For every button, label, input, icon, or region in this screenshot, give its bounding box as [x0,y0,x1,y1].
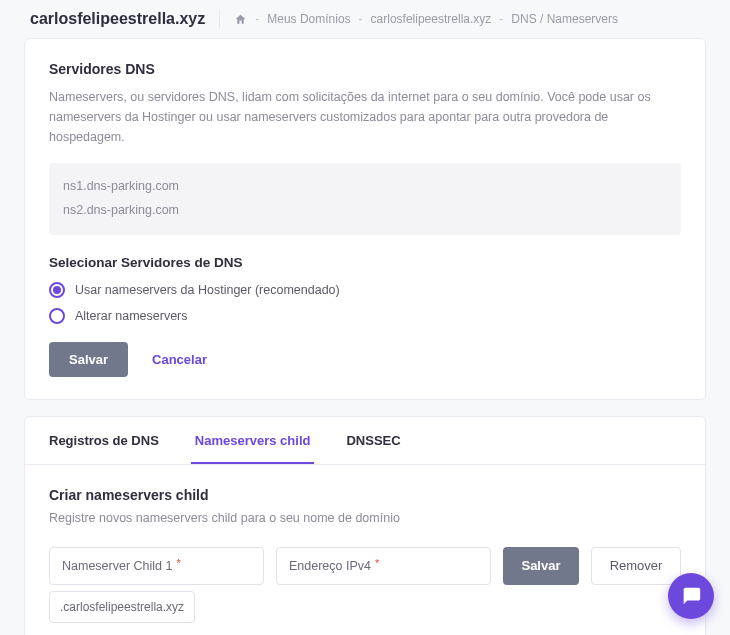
cancel-button[interactable]: Cancelar [152,352,207,367]
radio-icon [49,282,65,298]
home-icon[interactable] [234,13,247,26]
radio-use-hostinger[interactable]: Usar nameservers da Hostinger (recomenda… [49,282,681,298]
dns-servers-card: Servidores DNS Nameservers, ou servidore… [24,38,706,400]
ns-name-label: Nameserver Child 1 [62,559,172,573]
breadcrumb-mydomains[interactable]: Meus Domínios [267,12,350,26]
required-marker: * [375,557,379,569]
chat-icon [680,584,702,609]
radio-change-nameservers[interactable]: Alterar nameservers [49,308,681,324]
ns-name-input[interactable]: Nameserver Child 1* [49,547,264,585]
breadcrumb-sep: - [255,12,259,26]
dns-card-description: Nameservers, ou servidores DNS, lidam co… [49,87,681,147]
breadcrumb-current: DNS / Nameservers [511,12,618,26]
tab-child-nameservers[interactable]: Nameservers child [191,417,315,464]
save-row-button[interactable]: Salvar [503,547,579,585]
page-header: carlosfelipeestrella.xyz - Meus Domínios… [0,0,730,38]
ipv4-label: Endereço IPv4 [289,559,371,573]
dns-card-title: Servidores DNS [49,61,681,77]
child-title: Criar nameservers child [49,487,681,503]
child-description: Registre novos nameservers child para o … [49,511,681,525]
dns-actions: Salvar Cancelar [49,342,681,377]
select-dns-title: Selecionar Servidores de DNS [49,255,681,270]
tab-list: Registros de DNS Nameservers child DNSSE… [25,417,705,465]
ns-suffix: .carlosfelipeestrella.xyz [49,591,195,623]
tab-dns-records[interactable]: Registros de DNS [45,417,163,464]
breadcrumb-domain[interactable]: carlosfelipeestrella.xyz [371,12,492,26]
ipv4-input[interactable]: Endereço IPv4* [276,547,491,585]
chat-fab[interactable] [668,573,714,619]
child-ns-row: Nameserver Child 1* .carlosfelipeestrell… [49,547,681,623]
radio-label: Usar nameservers da Hostinger (recomenda… [75,283,340,297]
current-nameservers-box: ns1.dns-parking.com ns2.dns-parking.com [49,163,681,235]
tab-dnssec[interactable]: DNSSEC [342,417,404,464]
required-marker: * [176,557,180,569]
remove-row-button[interactable]: Remover [591,547,681,585]
ns-name-column: Nameserver Child 1* .carlosfelipeestrell… [49,547,264,623]
radio-label: Alterar nameservers [75,309,188,323]
breadcrumb-sep: - [499,12,503,26]
save-button[interactable]: Salvar [49,342,128,377]
nameserver-value: ns2.dns-parking.com [63,199,667,223]
radio-icon [49,308,65,324]
nameserver-value: ns1.dns-parking.com [63,175,667,199]
domain-title: carlosfelipeestrella.xyz [30,10,220,28]
breadcrumb: - Meus Domínios - carlosfelipeestrella.x… [234,12,618,26]
tabs-card: Registros de DNS Nameservers child DNSSE… [24,416,706,636]
tab-panel-child: Criar nameservers child Registre novos n… [25,465,705,636]
breadcrumb-sep: - [359,12,363,26]
